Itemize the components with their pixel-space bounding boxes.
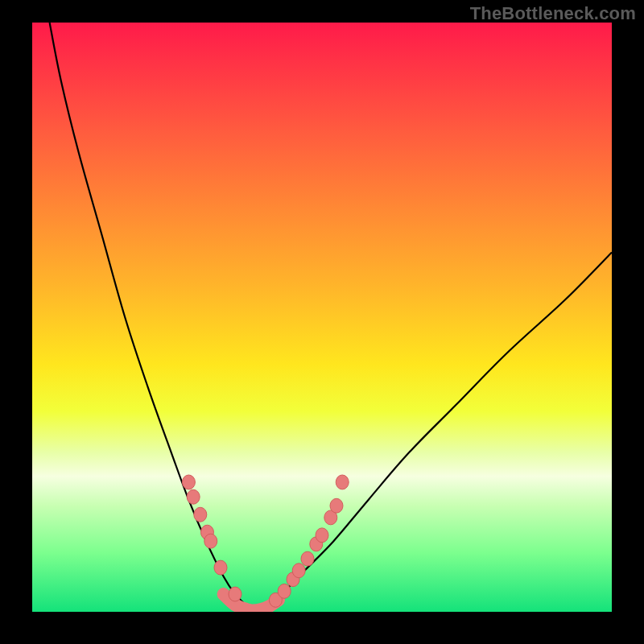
beads-left-group [182, 475, 242, 601]
bead-marker [316, 528, 328, 543]
bead-marker [229, 587, 242, 601]
curve-layer [32, 23, 612, 612]
bead-marker [214, 560, 227, 575]
bead-marker [292, 564, 305, 578]
bead-marker [204, 534, 217, 548]
bead-marker [187, 489, 200, 504]
bead-marker [182, 475, 195, 489]
bead-marker [330, 498, 343, 513]
bead-marker [336, 475, 349, 489]
watermark-text: TheBottleneck.com [470, 3, 636, 24]
bead-marker [194, 507, 207, 522]
bead-marker [278, 584, 291, 598]
plot-area [32, 23, 612, 612]
curve-left-branch [50, 23, 253, 612]
beads-right-group [269, 475, 349, 607]
chart-frame: TheBottleneck.com [0, 0, 644, 644]
bead-marker [301, 551, 314, 566]
